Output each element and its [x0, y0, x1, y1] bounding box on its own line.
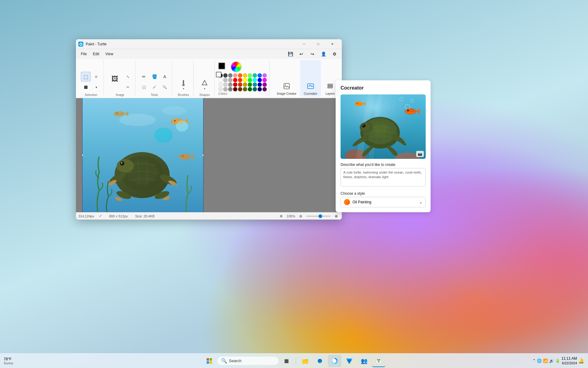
- describe-input[interactable]: A cute turtle, swimming under the ocean,…: [341, 168, 426, 186]
- color-swatch[interactable]: [223, 82, 228, 87]
- color-swatch[interactable]: [238, 78, 242, 82]
- color-swatch[interactable]: [253, 82, 257, 87]
- notification-bell[interactable]: 🔔: [578, 358, 584, 364]
- weather-widget[interactable]: 78°F Sunny: [4, 357, 13, 365]
- resize-button[interactable]: ⤡: [123, 72, 133, 82]
- store-button[interactable]: [343, 355, 356, 367]
- image-label: Image: [116, 93, 124, 97]
- color-swatch[interactable]: [228, 82, 232, 87]
- background-color[interactable]: [216, 72, 221, 77]
- color-swatch[interactable]: [233, 73, 237, 78]
- color-swatch[interactable]: [262, 87, 267, 91]
- color-swatch[interactable]: [248, 82, 252, 87]
- edge-button[interactable]: [313, 355, 327, 367]
- color-swatch[interactable]: [243, 82, 247, 87]
- color-swatch[interactable]: [243, 78, 247, 82]
- paint-button[interactable]: [328, 355, 341, 367]
- color-swatch[interactable]: [223, 73, 228, 78]
- canvas-area[interactable]: [76, 98, 342, 212]
- pixel-grid-button[interactable]: ⊞: [278, 213, 284, 219]
- eraser-button[interactable]: ⬜: [139, 82, 149, 92]
- canvas[interactable]: [82, 98, 203, 212]
- color-swatch[interactable]: [248, 87, 252, 91]
- save-button[interactable]: 💾: [285, 50, 295, 58]
- cocreator-panel-btn[interactable]: Cocreator: [300, 60, 321, 97]
- color-swatch[interactable]: [258, 87, 262, 91]
- color-swatch[interactable]: [238, 87, 242, 91]
- selection-all-button[interactable]: ⬛: [81, 82, 91, 92]
- color-swatch[interactable]: [233, 78, 237, 82]
- color-swatch[interactable]: [218, 78, 223, 82]
- brush-button[interactable]: ▾: [176, 77, 191, 92]
- color-swatch[interactable]: [248, 73, 252, 78]
- foreground-color[interactable]: [218, 63, 225, 69]
- minimize-button[interactable]: ─: [297, 39, 311, 49]
- color-swatch[interactable]: [223, 87, 228, 91]
- color-swatch[interactable]: [238, 82, 242, 87]
- color-wheel[interactable]: [231, 61, 242, 72]
- zoom-in-button[interactable]: ⊕: [333, 213, 339, 219]
- eyedropper-button[interactable]: 💉: [149, 82, 159, 92]
- color-swatch[interactable]: [228, 78, 232, 82]
- crop-button[interactable]: ✂: [123, 82, 133, 92]
- color-swatch[interactable]: [258, 73, 262, 78]
- color-swatch[interactable]: [228, 87, 232, 91]
- color-swatch[interactable]: [243, 87, 247, 91]
- image-button[interactable]: 🖼: [107, 72, 122, 86]
- selection-dropdown[interactable]: ▾: [91, 82, 101, 92]
- color-swatch[interactable]: [258, 78, 262, 82]
- menu-file[interactable]: File: [78, 51, 89, 57]
- selection-free-button[interactable]: ⌗: [91, 72, 101, 82]
- color-swatch[interactable]: [262, 73, 267, 78]
- zoom-slider[interactable]: [306, 216, 331, 217]
- battery-icon[interactable]: 🔋: [555, 358, 560, 363]
- language-icon[interactable]: 🌐: [537, 358, 542, 363]
- save-ai-image-button[interactable]: 📷: [416, 151, 424, 157]
- color-swatch[interactable]: [253, 73, 257, 78]
- menu-edit[interactable]: Edit: [90, 51, 102, 57]
- profile-button[interactable]: 👤: [318, 50, 328, 58]
- maximize-button[interactable]: □: [311, 39, 325, 49]
- volume-icon[interactable]: 🔊: [549, 358, 554, 363]
- color-swatch[interactable]: [218, 87, 223, 91]
- teams-button[interactable]: 👥: [357, 355, 371, 367]
- chevron-up-icon[interactable]: ⌃: [533, 358, 536, 363]
- color-swatch[interactable]: [253, 78, 257, 82]
- color-swatch[interactable]: [233, 87, 237, 91]
- color-swatch[interactable]: [253, 87, 257, 91]
- close-button[interactable]: ✕: [325, 39, 339, 49]
- color-swatch[interactable]: [228, 73, 232, 78]
- zoom-out-button[interactable]: ⊖: [298, 213, 304, 219]
- image-creator-panel-btn[interactable]: Image Creator: [273, 60, 300, 97]
- file-explorer-button[interactable]: [299, 355, 312, 367]
- color-swatch[interactable]: [218, 82, 223, 87]
- undo-button[interactable]: ↩: [296, 50, 306, 58]
- settings-button[interactable]: ⚙: [330, 50, 339, 58]
- text-button[interactable]: A: [160, 72, 170, 82]
- fit-view-icon[interactable]: ⤢: [99, 214, 102, 218]
- color-swatch[interactable]: [233, 82, 237, 87]
- widgets-button[interactable]: ▦: [280, 355, 293, 367]
- start-button[interactable]: [203, 355, 216, 367]
- system-clock[interactable]: 11:11 AM 6/22/2024: [561, 356, 577, 366]
- color-swatch[interactable]: [258, 82, 262, 87]
- svg-rect-67: [302, 359, 308, 364]
- pencil-button[interactable]: ✏: [139, 72, 149, 82]
- color-swatch[interactable]: [238, 73, 242, 78]
- selection-rect-button[interactable]: ⬚: [81, 72, 91, 82]
- shapes-button[interactable]: ▾: [197, 77, 212, 92]
- paint-active-button[interactable]: [372, 355, 386, 367]
- svg-marker-3: [202, 80, 207, 85]
- network-icon[interactable]: 📶: [543, 358, 548, 363]
- color-swatch[interactable]: [243, 73, 247, 78]
- menu-view[interactable]: View: [103, 51, 116, 57]
- color-swatch[interactable]: [248, 78, 252, 82]
- search-box[interactable]: 🔍 Search: [217, 357, 279, 365]
- fill-button[interactable]: 🪣: [149, 72, 159, 82]
- color-swatch[interactable]: [223, 78, 228, 82]
- color-swatch[interactable]: [262, 78, 267, 82]
- magnify-button[interactable]: 🔍: [160, 82, 170, 92]
- color-swatch[interactable]: [262, 82, 267, 87]
- redo-button[interactable]: ↪: [307, 50, 317, 58]
- style-dropdown[interactable]: Oil Painting ⌄: [341, 197, 426, 207]
